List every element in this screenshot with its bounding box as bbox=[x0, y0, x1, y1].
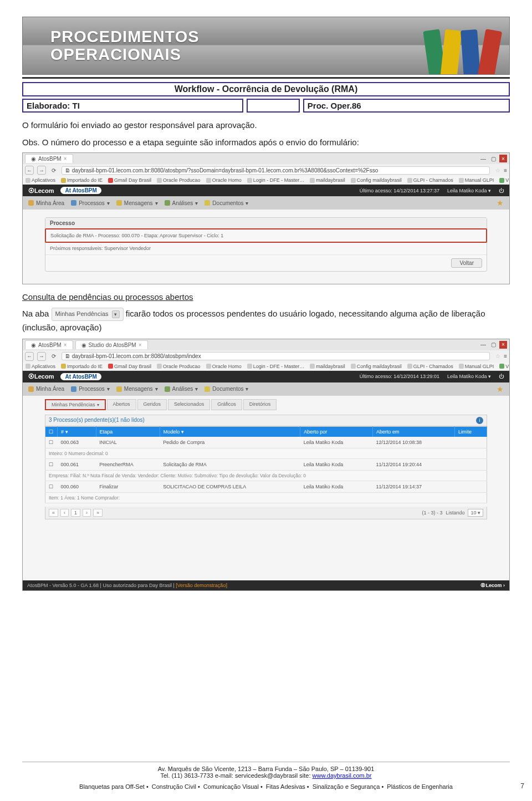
chart-icon bbox=[165, 386, 170, 392]
subtab-graficos[interactable]: Gráficos bbox=[211, 399, 242, 410]
user-name[interactable]: Leila Matiko Koda ▾ bbox=[447, 374, 491, 379]
voltar-button[interactable]: Voltar bbox=[451, 258, 482, 268]
subtab-geridos[interactable]: Geridos bbox=[137, 399, 167, 410]
favorite-star-icon[interactable]: ★ bbox=[497, 385, 504, 394]
bm-importado[interactable]: Importado do IE bbox=[61, 364, 103, 369]
reload-icon[interactable]: ⟳ bbox=[49, 352, 58, 361]
browser-tab[interactable]: ◉AtosBPM× bbox=[25, 154, 73, 163]
menu-processos[interactable]: Processos ▾ bbox=[71, 200, 110, 206]
bm-manual-glpi[interactable]: Manual GLPI bbox=[459, 177, 494, 183]
close-tab-icon[interactable]: × bbox=[139, 342, 142, 348]
bm-config-mail[interactable]: Config maildaybrasil bbox=[351, 364, 402, 369]
maximize-icon[interactable]: ▢ bbox=[489, 341, 497, 349]
col-checkbox[interactable]: ☐ bbox=[45, 426, 58, 437]
doc-icon bbox=[206, 178, 211, 183]
browser-tab-1[interactable]: ◉AtosBPM× bbox=[25, 340, 73, 349]
table-row[interactable]: ☐000.060FinalizarSOLICITACAO DE COMPRAS … bbox=[45, 481, 487, 492]
bm-gmail[interactable]: Gmail Day Brasil bbox=[108, 177, 151, 183]
menu-icon[interactable]: ≡ bbox=[504, 353, 507, 359]
bm-vpn[interactable]: VPN bbox=[499, 364, 509, 369]
bm-aplicativos[interactable]: Aplicativos bbox=[25, 177, 55, 183]
reload-icon[interactable]: ⟳ bbox=[49, 166, 58, 175]
gear-icon bbox=[351, 364, 356, 369]
logout-icon[interactable]: ⏻ bbox=[499, 188, 504, 193]
menu-mensagens[interactable]: Mensagens ▾ bbox=[116, 200, 158, 206]
menu-icon[interactable]: ≡ bbox=[504, 167, 507, 174]
menu-analises[interactable]: Análises ▾ bbox=[165, 386, 198, 392]
page-prev-icon[interactable]: ‹ bbox=[60, 509, 69, 517]
last-access: Último acesso: 14/12/2014 13:29:01 bbox=[360, 374, 439, 379]
bm-maildaybrasil[interactable]: maildaybrasil bbox=[310, 364, 345, 369]
browser-tab-2[interactable]: ◉Studio do AtosBPM× bbox=[75, 340, 148, 349]
close-tab-icon[interactable]: × bbox=[64, 342, 67, 348]
per-page-select[interactable]: 10 ▾ bbox=[468, 509, 483, 517]
bm-vpn[interactable]: VPN bbox=[499, 177, 509, 183]
subtab-diretorios[interactable]: Diretórios bbox=[243, 399, 277, 410]
checkbox-icon[interactable]: ☐ bbox=[49, 429, 53, 435]
page-first-icon[interactable]: « bbox=[49, 509, 58, 517]
bm-glpi[interactable]: GLPI - Chamados bbox=[407, 364, 453, 369]
bm-manual-glpi[interactable]: Manual GLPI bbox=[459, 364, 494, 369]
menu-minha-area[interactable]: Minha Área bbox=[28, 386, 64, 392]
favorite-star-icon[interactable]: ★ bbox=[497, 198, 504, 207]
close-window-icon[interactable]: × bbox=[499, 155, 507, 162]
workflow-meta-row: Elaborado: TI Proc. Oper.86 bbox=[22, 99, 510, 113]
close-window-icon[interactable]: × bbox=[499, 341, 507, 349]
menu-analises[interactable]: Análises ▾ bbox=[165, 200, 198, 206]
subtab-abertos[interactable]: Abertos bbox=[107, 399, 136, 410]
col-aberto-por[interactable]: Aberto por bbox=[300, 426, 373, 437]
row-checkbox[interactable]: ☐ bbox=[45, 481, 58, 492]
col-modelo[interactable]: Modelo ▾ bbox=[160, 426, 300, 437]
bm-oracle-homo[interactable]: Oracle Homo bbox=[206, 364, 242, 369]
info-icon[interactable]: i bbox=[476, 417, 483, 424]
row-checkbox[interactable]: ☐ bbox=[45, 458, 58, 470]
footer-site-link[interactable]: www.daybrasil.com.br bbox=[313, 772, 372, 779]
subtab-selecionados[interactable]: Selecionados bbox=[168, 399, 210, 410]
col-limite[interactable]: Limite bbox=[454, 426, 487, 437]
menu-documentos[interactable]: Documentos ▾ bbox=[204, 386, 248, 392]
table-row[interactable]: ☐000.061PreencherRMASolicitação de RMALe… bbox=[45, 458, 487, 470]
bm-gmail[interactable]: Gmail Day Brasil bbox=[108, 364, 151, 369]
user-name[interactable]: Leila Matiko Koda ▾ bbox=[447, 188, 491, 193]
bm-login-dfe[interactable]: Login - DFE - Master… bbox=[247, 364, 305, 369]
forward-icon[interactable]: → bbox=[37, 166, 46, 175]
url-field[interactable]: 🗎 daybrasil-bpm-01.lecom.com.br:8080/ato… bbox=[62, 352, 490, 360]
menu-documentos[interactable]: Documentos ▾ bbox=[204, 200, 248, 206]
col-aberto-em[interactable]: Aberto em bbox=[372, 426, 454, 437]
bm-aplicativos[interactable]: Aplicativos bbox=[25, 364, 55, 369]
bm-importado[interactable]: Importado do IE bbox=[61, 177, 103, 183]
col-num[interactable]: # ▾ bbox=[58, 426, 96, 437]
row-checkbox[interactable]: ☐ bbox=[45, 437, 58, 448]
maximize-icon[interactable]: ▢ bbox=[489, 155, 497, 162]
back-icon[interactable]: ← bbox=[25, 166, 34, 175]
bm-oracle-prod[interactable]: Oracle Producao bbox=[157, 364, 201, 369]
page-current[interactable]: 1 bbox=[71, 509, 80, 517]
minimize-icon[interactable]: — bbox=[479, 341, 487, 349]
star-icon[interactable]: ☆ bbox=[495, 167, 500, 174]
table-row[interactable]: ☐000.063INICIALPedido de CompraLeila Mat… bbox=[45, 437, 487, 448]
col-etapa[interactable]: Etapa bbox=[96, 426, 160, 437]
star-icon[interactable]: ☆ bbox=[495, 353, 500, 359]
bm-login-dfe[interactable]: Login - DFE - Master… bbox=[247, 177, 305, 183]
menu-minha-area[interactable]: Minha Área bbox=[28, 200, 64, 206]
logout-icon[interactable]: ⏻ bbox=[499, 374, 504, 379]
subtab-pendencias[interactable]: Minhas Pendências▾ bbox=[45, 399, 106, 410]
chip-label: Minhas Pendências bbox=[55, 309, 109, 319]
bm-maildaybrasil[interactable]: maildaybrasil bbox=[310, 177, 345, 183]
minimize-icon[interactable]: — bbox=[479, 155, 487, 162]
url-field[interactable]: 🗎 daybrasil-bpm-01.lecom.com.br:8080/ato… bbox=[62, 166, 490, 175]
page-next-icon[interactable]: › bbox=[83, 509, 91, 517]
browser-addressbar: ← → ⟳ 🗎 daybrasil-bpm-01.lecom.com.br:80… bbox=[23, 164, 509, 176]
page-last-icon[interactable]: » bbox=[93, 509, 103, 517]
bm-oracle-homo[interactable]: Oracle Homo bbox=[206, 177, 242, 183]
bm-glpi[interactable]: GLPI - Chamados bbox=[407, 177, 453, 183]
forward-icon[interactable]: → bbox=[37, 352, 46, 361]
lecom-footer-logo[interactable]: ⦿Lecom › bbox=[480, 583, 505, 588]
close-tab-icon[interactable]: × bbox=[64, 156, 67, 162]
bm-config-mail[interactable]: Config maildaybrasil bbox=[351, 177, 402, 183]
bm-oracle-prod[interactable]: Oracle Producao bbox=[157, 177, 201, 183]
menu-processos[interactable]: Processos ▾ bbox=[71, 386, 110, 392]
back-icon[interactable]: ← bbox=[25, 352, 34, 361]
minhas-pendencias-chip[interactable]: Minhas Pendências ▾ bbox=[52, 308, 124, 321]
menu-mensagens[interactable]: Mensagens ▾ bbox=[116, 386, 158, 392]
